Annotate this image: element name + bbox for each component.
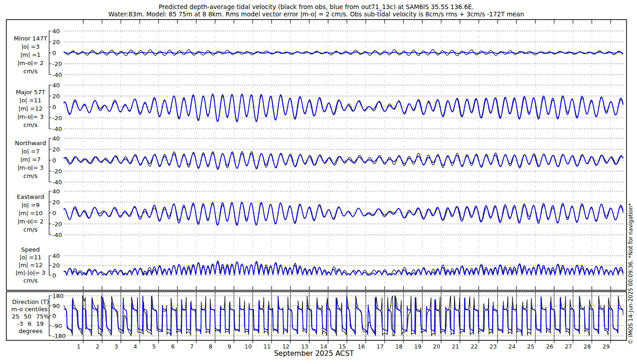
tidal-velocity-figure: Predicted depth-average tidal velocity (… <box>0 0 637 364</box>
panel-label-eastward: Eastward |o| =9 |m| =10 |m-o|= 2 cm/s <box>4 193 57 234</box>
panel-label-line: Major 57T <box>4 88 57 96</box>
day-tick-label: 9 <box>228 343 231 350</box>
panel-label-line: |o| =11 <box>4 253 57 261</box>
day-tick-label: 29 <box>602 343 610 350</box>
day-tick-label: 7 <box>190 343 193 350</box>
day-tick-label: 27 <box>565 343 572 350</box>
panel-label-line: |o| =11 <box>4 96 57 105</box>
panel-label-line: Northward <box>4 139 57 147</box>
day-tick-label: 24 <box>508 343 516 350</box>
day-tick-label: 10 <box>245 343 252 350</box>
day-tick-label: 15 <box>339 343 346 350</box>
day-tick-label: 16 <box>358 343 365 350</box>
panel-label-line: Speed <box>4 246 57 253</box>
day-tick-label: 4 <box>133 343 137 350</box>
day-tick-label: 22 <box>470 343 478 350</box>
panel-label-line: |m|-|o|= 3 <box>4 269 57 277</box>
panel-label-line: cm/s <box>4 172 57 180</box>
day-tick-label: 2 <box>96 343 99 350</box>
copyright-watermark: © IMOS 14-Jun-2025 00:09:36. *Not for na… <box>627 203 634 344</box>
day-tick-label: 5 <box>152 343 156 350</box>
axes-frames <box>6 20 627 343</box>
panel-label-line: cm/s <box>4 67 57 76</box>
day-tick-label: 11 <box>263 343 271 350</box>
panel-label-line: degrees <box>4 328 57 335</box>
y-tick-label: 40 <box>52 82 60 89</box>
panel-label-line: |m| =7 <box>4 156 57 164</box>
panel-label-line: |o| =7 <box>4 147 57 156</box>
panel-label-speed: Speed |o| =11 |m| =12 |m|-|o|= 3 cm/s <box>4 246 57 284</box>
panel-label-line: Eastward <box>4 193 57 201</box>
day-tick-label: 1 <box>77 343 81 350</box>
day-tick-label: 26 <box>546 343 553 350</box>
panel-label-line: cm/s <box>4 277 57 284</box>
panel-label-line: |m-o|= 2 <box>4 217 57 226</box>
panel-label-line: Direction (T) <box>4 298 57 306</box>
day-tick-label: 18 <box>395 343 403 350</box>
panel-label-line: |m-o|= 3 <box>4 164 57 172</box>
day-tick-label: 19 <box>414 343 421 350</box>
obs-series <box>64 50 623 336</box>
tidal-chart-canvas: 40200-20-4040200-20-4040200-20-4040200-2… <box>0 0 637 364</box>
day-tick-label: 25 <box>527 343 535 350</box>
panel-label-minor: Minor 147T |o| =3 |m| =1 |m-o|= 2 cm/s <box>4 35 57 76</box>
model-curve-speed <box>64 262 623 275</box>
model-curve-major <box>64 94 623 122</box>
day-tick-label: 17 <box>376 343 384 350</box>
day-tick-label: 28 <box>584 343 591 350</box>
panel-label-line: cm/s <box>4 226 57 234</box>
axis-tick-labels: 40200-20-4040200-20-4040200-20-4040200-2… <box>52 28 610 350</box>
panel-label-line: Minor 147T <box>4 35 57 43</box>
day-tick-label: 20 <box>433 343 440 350</box>
y-tick-label: 40 <box>52 28 60 35</box>
panel-label-line: |m| =12 <box>4 261 57 269</box>
panel-label-line: cm/s <box>4 121 57 129</box>
panel-label-line: |m| =12 <box>4 105 57 113</box>
panel-label-line: |m-o|= 2 <box>4 59 57 67</box>
day-tick-label: 13 <box>301 343 308 350</box>
panel-label-line: |m-o|= 3 <box>4 113 57 121</box>
panel-label-line: 25 50 75% <box>4 313 57 320</box>
day-tick-label: 21 <box>452 343 459 350</box>
day-tick-label: 3 <box>115 343 118 350</box>
panel-label-direction: Direction (T) m-o centiles: 25 50 75% -3… <box>4 298 57 335</box>
day-tick-label: 14 <box>320 343 327 350</box>
panel-label-line: |o| =3 <box>4 43 57 51</box>
panel-label-line: m-o centiles: <box>4 306 57 313</box>
model-series <box>64 52 623 335</box>
panel-label-line: -3 6 19 <box>4 320 57 328</box>
model-curve-northward <box>64 153 623 168</box>
panel-label-major: Major 57T |o| =11 |m| =12 |m-o|= 3 cm/s <box>4 88 57 129</box>
day-tick-label: 23 <box>490 343 497 350</box>
model-curve-direction <box>64 296 623 336</box>
panel-label-line: |o| =9 <box>4 201 57 209</box>
day-tick-label: 12 <box>282 343 289 350</box>
day-tick-label: 6 <box>171 343 175 350</box>
model-curve-eastward <box>64 202 623 226</box>
panel-label-line: |m| =10 <box>4 209 57 217</box>
day-tick-label: 8 <box>209 343 212 350</box>
panel-label-line: |m| =1 <box>4 51 57 59</box>
panel-label-northward: Northward |o| =7 |m| =7 |m-o|= 3 cm/s <box>4 139 57 180</box>
x-axis-title: September 2025 ACST <box>0 349 628 358</box>
